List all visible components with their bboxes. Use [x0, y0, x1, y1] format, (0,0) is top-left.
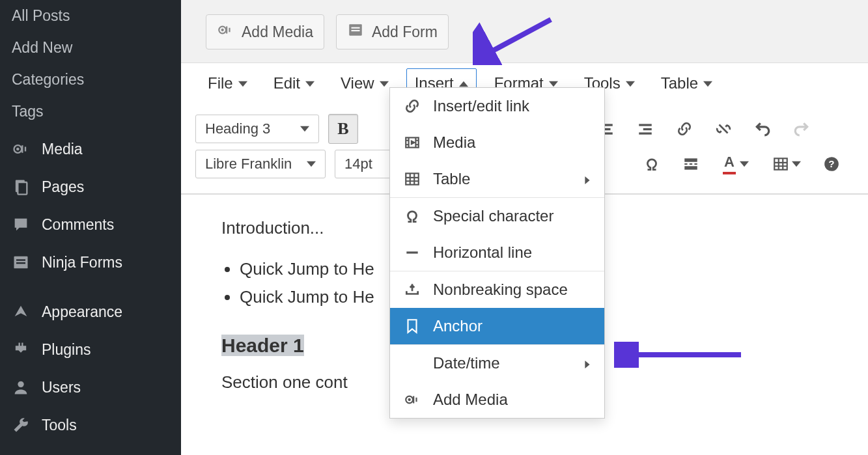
svg-rect-16	[639, 124, 652, 126]
sidebar-item-tags[interactable]: Tags	[0, 96, 181, 128]
form-icon	[347, 21, 364, 42]
menu-item-label: Media	[433, 133, 475, 152]
menu-view[interactable]: View	[332, 68, 397, 98]
sidebar-item-label: Pages	[42, 178, 84, 196]
menu-item-horizontal-line[interactable]: Horizontal line	[390, 234, 604, 271]
menu-item-media[interactable]: Media	[390, 124, 604, 161]
sidebar-item-categories[interactable]: Categories	[0, 64, 181, 96]
help-button[interactable]: ?	[817, 149, 847, 179]
form-icon	[12, 253, 30, 271]
chevron-down-icon	[300, 120, 309, 137]
sidebar-item-appearance[interactable]: Appearance	[0, 296, 181, 328]
menu-item-nbsp[interactable]: Nonbreaking space	[390, 271, 604, 308]
menu-item-label: Anchor	[433, 317, 483, 335]
align-right-button[interactable]	[630, 114, 660, 144]
svg-rect-28	[406, 173, 419, 184]
menu-label: Table	[661, 74, 698, 92]
menu-item-datetime[interactable]: Date/time	[390, 344, 604, 381]
svg-rect-17	[643, 128, 652, 130]
style-select[interactable]: Heading 3	[195, 115, 319, 143]
chevron-down-icon	[792, 156, 801, 172]
sidebar-item-label: Comments	[42, 216, 114, 234]
pagebreak-button[interactable]	[676, 149, 706, 179]
svg-point-9	[222, 29, 223, 31]
comments-icon	[12, 215, 30, 234]
sidebar-item-label: Categories	[12, 71, 84, 89]
tools-icon	[12, 416, 30, 434]
menu-file[interactable]: File	[199, 68, 256, 98]
admin-sidebar: All Posts Add New Categories Tags Media …	[0, 0, 181, 455]
svg-rect-20	[684, 166, 697, 169]
svg-point-7	[18, 381, 23, 387]
chevron-down-icon	[307, 156, 316, 172]
svg-rect-6	[16, 262, 25, 264]
table-icon	[403, 170, 421, 188]
svg-rect-19	[684, 158, 697, 161]
horizontal-line-icon	[403, 243, 421, 262]
table-button[interactable]	[766, 149, 807, 179]
insert-dropdown: Insert/edit link Media Table Special cha…	[389, 87, 605, 419]
appearance-icon	[12, 303, 30, 321]
anchor-icon	[403, 317, 421, 335]
special-char-button[interactable]	[637, 149, 667, 179]
plugins-icon	[12, 340, 30, 359]
menu-item-label: Insert/edit link	[433, 97, 529, 115]
sidebar-item-label: All Posts	[12, 7, 70, 25]
menu-table[interactable]: Table	[652, 68, 721, 98]
link-button[interactable]	[669, 114, 699, 144]
sidebar-item-users[interactable]: Users	[0, 371, 181, 404]
select-value: Libre Franklin	[205, 156, 292, 172]
sidebar-item-tools[interactable]: Tools	[0, 409, 181, 441]
chevron-down-icon	[626, 74, 635, 92]
bold-button[interactable]: B	[328, 114, 358, 144]
font-select[interactable]: Libre Franklin	[195, 150, 326, 178]
add-media-button[interactable]: Add Media	[206, 14, 324, 49]
font-size-select[interactable]: 14pt	[335, 150, 393, 178]
svg-point-30	[409, 399, 410, 400]
chevron-right-icon	[583, 354, 591, 372]
film-icon	[403, 133, 421, 152]
menu-item-label: Table	[433, 170, 470, 188]
blank-icon	[403, 354, 421, 372]
sidebar-item-label: Plugins	[42, 341, 91, 359]
selected-text: Header 1	[221, 335, 304, 356]
sidebar-item-ninja-forms[interactable]: Ninja Forms	[0, 246, 181, 279]
svg-rect-12	[351, 30, 359, 31]
link-icon	[403, 97, 421, 115]
chevron-right-icon	[583, 170, 591, 188]
svg-point-1	[17, 148, 18, 150]
sidebar-item-all-posts[interactable]: All Posts	[0, 0, 181, 32]
sidebar-item-pages[interactable]: Pages	[0, 171, 181, 203]
sidebar-item-label: Appearance	[42, 303, 122, 321]
text-color-button[interactable]: A	[715, 149, 757, 179]
unlink-button[interactable]	[708, 114, 738, 144]
sidebar-item-add-new[interactable]: Add New	[0, 32, 181, 64]
chevron-down-icon	[740, 156, 749, 172]
sidebar-item-media[interactable]: Media	[0, 133, 181, 165]
svg-text:?: ?	[828, 158, 834, 169]
redo-button[interactable]	[787, 114, 817, 144]
add-form-button[interactable]: Add Form	[336, 14, 449, 49]
nbsp-icon	[403, 281, 421, 299]
button-label: Add Media	[242, 23, 313, 41]
menu-item-add-media[interactable]: Add Media	[390, 381, 604, 418]
chevron-down-icon	[703, 74, 712, 92]
svg-rect-23	[694, 163, 697, 165]
sidebar-item-plugins[interactable]: Plugins	[0, 333, 181, 366]
svg-rect-21	[684, 163, 687, 165]
svg-rect-18	[639, 132, 652, 134]
menu-item-label: Add Media	[433, 391, 508, 409]
menu-item-label: Nonbreaking space	[433, 281, 568, 299]
menu-item-anchor[interactable]: Anchor	[390, 308, 604, 344]
media-icon	[403, 391, 421, 409]
sidebar-item-comments[interactable]: Comments	[0, 208, 181, 241]
menu-item-insert-link[interactable]: Insert/edit link	[390, 88, 604, 124]
menu-item-special-char[interactable]: Special character	[390, 197, 604, 234]
svg-rect-11	[351, 27, 359, 29]
menu-edit[interactable]: Edit	[265, 68, 323, 98]
menu-item-table[interactable]: Table	[390, 161, 604, 197]
button-label: Add Form	[372, 23, 438, 41]
media-icon	[12, 140, 30, 158]
undo-button[interactable]	[748, 114, 777, 144]
sidebar-item-label: Tags	[12, 103, 44, 120]
